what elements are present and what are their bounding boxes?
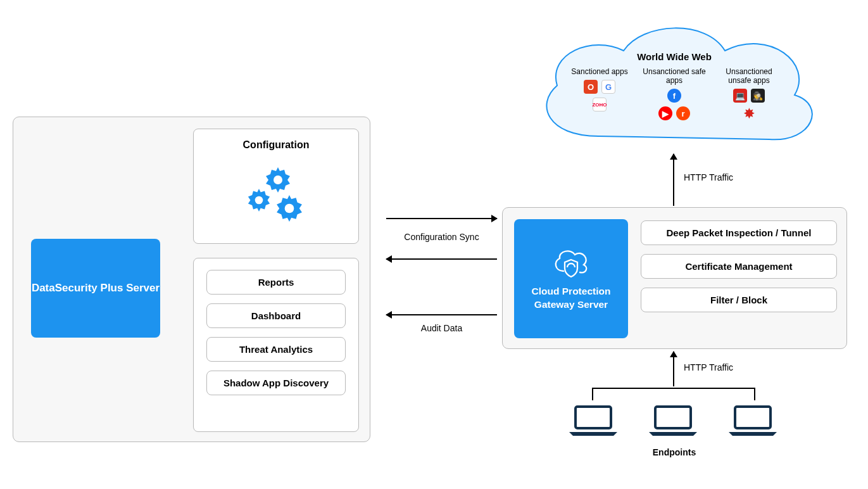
cloud-shield-icon [552,246,590,279]
svg-rect-3 [576,407,611,428]
feature-reports: Reports [206,270,346,295]
zoho-icon: ZOHO [592,102,607,108]
youtube-icon: ▶ [658,106,672,120]
label-http-traffic-top: HTTP Traffic [684,172,760,182]
label-config-sync: Configuration Sync [386,232,497,242]
reports-group-box: Reports Dashboard Threat Analytics Shado… [193,258,359,432]
svg-rect-4 [655,407,691,428]
configuration-box: Configuration [193,129,359,244]
svg-point-1 [255,196,263,205]
datasecurity-server-title: DataSecurity Plus Server [32,281,160,296]
reddit-icon: r [676,106,690,120]
datasecurity-server-box: DataSecurity Plus Server [31,239,160,338]
arrow-http-endpoints-to-gateway [673,352,674,386]
facebook-icon: f [667,89,681,103]
feature-filter-block: Filter / Block [641,288,837,312]
svg-point-2 [285,204,294,213]
arrow-http-cloud-to-gateway [673,154,674,206]
cloud-col-sanctioned: Sanctioned apps O G ZOHO [568,67,631,120]
laptop-icon [726,404,779,437]
cloud-title: World Wide Web [637,51,712,62]
feature-dpi-tunnel: Deep Packet Inspection / Tunnel [641,220,837,245]
cloud-col-unsanctioned-unsafe-label: Unsanctioned unsafe apps [717,67,781,85]
label-audit-data: Audit Data [386,323,497,333]
malware-laptop-icon: 💻 [733,89,747,103]
laptop-icon [646,404,700,437]
virus-icon: ✸ [742,106,756,120]
cloud-col-sanctioned-label: Sanctioned apps [568,67,631,76]
label-http-traffic-bottom: HTTP Traffic [684,362,760,372]
gateway-panel: Cloud Protection Gateway Server Deep Pac… [502,207,847,349]
arrow-config-sync-right [386,218,497,219]
gears-icon [194,163,358,233]
cloud-col-unsanctioned-unsafe: Unsanctioned unsafe apps 💻 🕵 ✸ [717,67,781,120]
feature-threat-analytics: Threat Analytics [206,337,346,362]
endpoints-bracket [592,388,755,389]
laptop-icon [567,404,620,437]
gateway-features: Deep Packet Inspection / Tunnel Certific… [641,220,837,321]
svg-rect-5 [735,407,771,428]
feature-cert-management: Certificate Management [641,254,837,279]
cloud-world-wide-web: World Wide Web Sanctioned apps O G ZOHO … [522,16,826,152]
hacker-icon: 🕵 [751,89,765,103]
feature-shadow-app-discovery: Shadow App Discovery [206,371,346,395]
arrow-audit-data [386,314,497,315]
feature-dashboard: Dashboard [206,303,346,328]
svg-point-0 [274,175,282,184]
office-icon: O [584,80,598,94]
arrow-config-sync-left [386,258,497,260]
gateway-server-title: Cloud Protection Gateway Server [514,285,628,312]
cloud-col-unsanctioned-safe: Unsanctioned safe apps f ▶ r [643,67,706,120]
datasecurity-server-panel: DataSecurity Plus Server Configuration [13,117,370,442]
gateway-server-box: Cloud Protection Gateway Server [514,219,628,338]
endpoints-group [567,404,779,437]
cloud-col-unsanctioned-safe-label: Unsanctioned safe apps [643,67,706,85]
endpoints-label: Endpoints [611,447,738,457]
configuration-title: Configuration [194,139,358,151]
google-icon: G [601,80,615,94]
